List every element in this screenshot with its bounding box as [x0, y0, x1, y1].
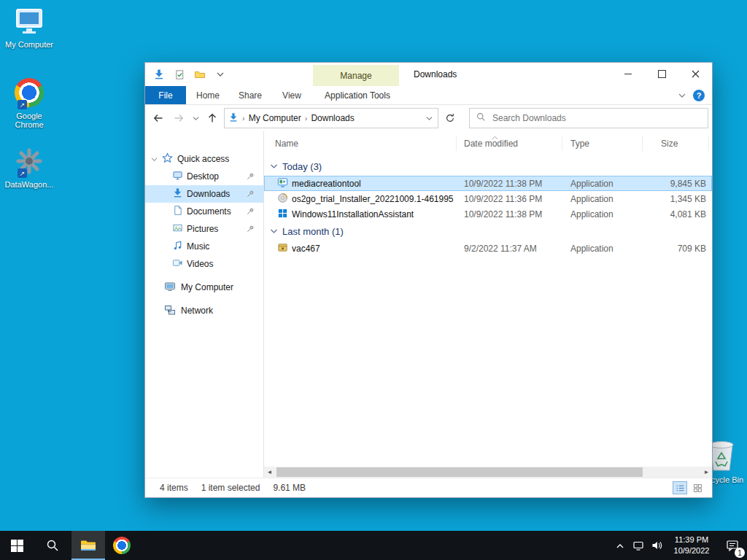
desktop-icon-datawagon[interactable]: ↗ DataWagon... [1, 146, 57, 189]
taskbar-clock[interactable]: 11:39 PM 10/9/2022 [665, 531, 718, 560]
sidebar-item-music[interactable]: Music [145, 238, 263, 255]
details-view-button[interactable] [673, 481, 687, 494]
network-tray-icon[interactable] [629, 531, 647, 560]
forward-button[interactable] [170, 109, 187, 127]
explorer-window: Manage Downloads File Home Share View Ap… [144, 62, 713, 498]
sidebar-item-pictures[interactable]: Pictures [145, 220, 263, 238]
group-header-last-month[interactable]: Last month (1) [264, 222, 712, 241]
action-center-button[interactable]: 1 [718, 531, 747, 560]
contextual-tab-manage[interactable]: Manage [313, 65, 399, 86]
minimize-button[interactable] [611, 63, 645, 85]
group-header-today[interactable]: Today (3) [264, 157, 712, 176]
pin-icon [246, 207, 255, 216]
clock-date: 10/9/2022 [674, 545, 710, 556]
address-folder-icon [228, 112, 239, 125]
app-icon-windows11-assistant [277, 208, 288, 221]
desktop: My Computer ↗ Google Chrome ↗ DataWagon.… [0, 0, 747, 560]
sidebar-item-desktop[interactable]: Desktop [145, 168, 263, 185]
crumb-separator: › [242, 114, 245, 122]
recent-locations-chevron-icon[interactable] [190, 109, 201, 127]
search-box[interactable] [469, 108, 708, 128]
taskbar-file-explorer-button[interactable] [71, 531, 105, 560]
file-row-os2go[interactable]: os2go_trial_Installer_20221009.1-461995 … [264, 191, 712, 206]
shortcut-arrow-icon: ↗ [18, 100, 27, 109]
videos-icon [172, 257, 183, 271]
taskbar: 11:39 PM 10/9/2022 1 [0, 531, 747, 560]
qat-customize-chevron-icon[interactable] [214, 68, 227, 81]
tab-application-tools[interactable]: Application Tools [314, 86, 400, 104]
scroll-left-arrow[interactable]: ◄ [264, 467, 275, 478]
music-icon [172, 240, 183, 253]
maximize-button[interactable] [645, 63, 678, 85]
help-button[interactable]: ? [693, 90, 705, 101]
file-row-mediacreationtool[interactable]: mediacreationtool 10/9/2022 11:38 PM App… [264, 176, 712, 191]
up-button[interactable] [204, 109, 221, 127]
app-icon-vac467 [277, 242, 288, 255]
close-icon [692, 70, 700, 78]
pin-icon [246, 172, 255, 181]
tab-file[interactable]: File [145, 86, 186, 104]
status-bar: 4 items 1 item selected 9.61 MB [145, 478, 712, 497]
large-icons-view-button[interactable] [690, 481, 705, 494]
start-button[interactable] [0, 531, 34, 560]
taskbar-chrome-button[interactable] [105, 531, 139, 560]
sidebar-item-quick-access[interactable]: Quick access [145, 150, 263, 168]
sidebar-item-videos[interactable]: Videos [145, 255, 263, 273]
window-downloads-icon [152, 68, 166, 81]
scrollbar-thumb[interactable] [276, 467, 643, 477]
column-header-date-modified[interactable]: Date modified [457, 136, 562, 151]
scroll-right-arrow[interactable]: ► [701, 467, 712, 478]
group-chevron-icon [270, 163, 278, 169]
column-header-size[interactable]: Size [643, 136, 709, 151]
crumb-downloads[interactable]: Downloads [311, 113, 354, 123]
notification-count-badge: 1 [735, 548, 745, 558]
status-selected: 1 item selected [201, 483, 260, 493]
address-dropdown-chevron-icon[interactable] [426, 116, 434, 121]
desktop-icon-label: Google Chrome [1, 112, 57, 129]
window-title: Downloads [414, 63, 457, 86]
desktop-icon-google-chrome[interactable]: ↗ Google Chrome [1, 77, 57, 129]
file-row-windows11-installation-assistant[interactable]: Windows11InstallationAssistant 10/9/2022… [264, 206, 712, 222]
pin-icon [246, 190, 255, 198]
file-row-vac467[interactable]: vac467 9/2/2022 11:37 AM Application 709… [264, 241, 712, 256]
taskbar-search-button[interactable] [34, 531, 71, 560]
search-icon [476, 112, 486, 124]
sidebar-item-downloads[interactable]: Downloads [145, 185, 263, 203]
column-header-name[interactable]: Name [264, 136, 457, 151]
qat-new-folder-icon[interactable] [193, 68, 206, 81]
search-input[interactable] [491, 112, 701, 124]
windows-logo-icon [11, 540, 23, 552]
qat-properties-icon[interactable] [173, 68, 186, 81]
maximize-icon [658, 70, 666, 78]
expander-chevron-icon[interactable] [151, 154, 158, 164]
ribbon-collapse-chevron-icon[interactable] [678, 90, 686, 101]
horizontal-scrollbar[interactable]: ◄ ► [264, 467, 712, 478]
documents-icon [172, 205, 183, 218]
breadcrumb[interactable]: › My Computer › Downloads [224, 108, 438, 128]
tab-view[interactable]: View [271, 86, 313, 104]
pin-icon [246, 225, 255, 233]
network-icon [164, 304, 176, 318]
column-header-type[interactable]: Type [562, 136, 643, 151]
scrollbar-track[interactable] [275, 467, 701, 478]
crumb-my-computer[interactable]: My Computer [249, 113, 301, 123]
app-icon-os2go [277, 192, 288, 206]
volume-tray-icon[interactable] [647, 531, 665, 560]
sidebar-item-documents[interactable]: Documents [145, 203, 263, 220]
desktop-icon-label: DataWagon... [5, 180, 54, 189]
search-icon [46, 539, 59, 552]
chevron-up-icon [616, 542, 624, 549]
desktop-icon-my-computer[interactable]: My Computer [1, 6, 57, 49]
hidden-icons-chevron[interactable] [611, 531, 629, 560]
chrome-icon: ↗ [13, 77, 45, 108]
tab-home[interactable]: Home [186, 86, 230, 104]
refresh-button[interactable] [441, 109, 459, 127]
tab-share[interactable]: Share [230, 86, 271, 104]
minimize-icon [624, 74, 632, 74]
sidebar-item-network[interactable]: Network [145, 302, 263, 319]
sidebar-item-my-computer[interactable]: My Computer [145, 279, 263, 296]
downloads-icon [172, 187, 183, 201]
close-button[interactable] [678, 63, 712, 85]
back-button[interactable] [150, 109, 167, 127]
title-bar[interactable]: Manage Downloads [145, 63, 712, 86]
